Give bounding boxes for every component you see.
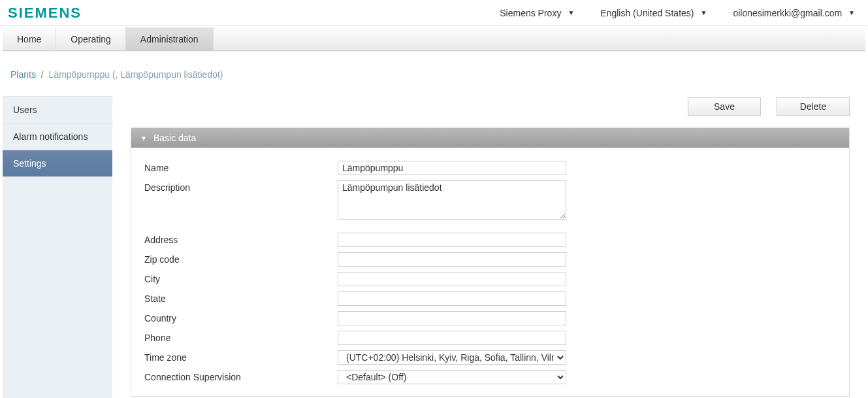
row-connection-supervision: Connection Supervision <Default> (Off) bbox=[144, 370, 836, 384]
row-name: Name bbox=[144, 161, 836, 175]
caret-down-icon: ▼ bbox=[700, 9, 707, 16]
sidebar-item-settings[interactable]: Settings bbox=[3, 150, 112, 177]
sidebar-item-alarm-notifications[interactable]: Alarm notifications bbox=[3, 124, 112, 150]
top-right-menu: Siemens Proxy ▼ English (United States) … bbox=[500, 8, 855, 18]
language-dropdown[interactable]: English (United States) ▼ bbox=[600, 8, 707, 18]
row-country: Country bbox=[144, 311, 836, 325]
row-address: Address bbox=[144, 233, 836, 247]
user-label: oilonesimerkki@gmail.com bbox=[733, 8, 842, 18]
breadcrumb-current: Lämpöpumppu (, Lämpöpumpun lisätiedot) bbox=[49, 69, 223, 80]
name-label: Name bbox=[144, 161, 338, 173]
timezone-select[interactable]: (UTC+02:00) Helsinki, Kyiv, Riga, Sofia,… bbox=[338, 350, 566, 365]
row-timezone: Time zone (UTC+02:00) Helsinki, Kyiv, Ri… bbox=[144, 350, 836, 365]
caret-down-icon: ▼ bbox=[568, 9, 574, 16]
row-city: City bbox=[144, 272, 836, 286]
main-panel: Save Delete ▼ Basic data Name Descriptio… bbox=[112, 96, 868, 398]
main-nav: Home Operating Administration bbox=[3, 27, 865, 51]
row-zip: Zip code bbox=[144, 252, 836, 267]
row-description: Description Lämpöpumpun lisätiedot bbox=[144, 180, 836, 220]
nav-home[interactable]: Home bbox=[3, 27, 56, 50]
save-button[interactable]: Save bbox=[688, 97, 761, 116]
phone-label: Phone bbox=[144, 331, 338, 343]
description-label: Description bbox=[144, 180, 338, 193]
name-input[interactable] bbox=[338, 161, 566, 175]
row-state: State bbox=[144, 291, 836, 306]
sidebar-item-users[interactable]: Users bbox=[3, 97, 112, 124]
panel-body: Name Description Lämpöpumpun lisätiedot … bbox=[131, 148, 849, 396]
nav-operating[interactable]: Operating bbox=[56, 27, 125, 50]
collapse-arrow-icon: ▼ bbox=[140, 135, 147, 142]
body-row: Users Alarm notifications Settings Save … bbox=[0, 96, 868, 398]
left-nav: Users Alarm notifications Settings bbox=[3, 96, 112, 398]
panel-title: Basic data bbox=[153, 133, 196, 143]
delete-button[interactable]: Delete bbox=[777, 97, 850, 116]
zip-input[interactable] bbox=[338, 252, 566, 267]
user-dropdown[interactable]: oilonesimerkki@gmail.com ▼ bbox=[733, 8, 855, 18]
action-bar: Save Delete bbox=[131, 96, 850, 127]
timezone-label: Time zone bbox=[144, 350, 338, 363]
nav-administration[interactable]: Administration bbox=[126, 27, 214, 50]
breadcrumb: Plants / Lämpöpumppu (, Lämpöpumpun lisä… bbox=[0, 51, 868, 96]
breadcrumb-plants[interactable]: Plants bbox=[10, 69, 36, 80]
row-phone: Phone bbox=[144, 331, 836, 345]
description-textarea[interactable]: Lämpöpumpun lisätiedot bbox=[338, 180, 566, 220]
panel-header[interactable]: ▼ Basic data bbox=[131, 128, 849, 148]
zip-label: Zip code bbox=[144, 252, 338, 265]
country-input[interactable] bbox=[338, 311, 566, 325]
top-bar: SIEMENS Siemens Proxy ▼ English (United … bbox=[0, 0, 868, 26]
proxy-label: Siemens Proxy bbox=[500, 8, 561, 18]
country-label: Country bbox=[144, 311, 338, 323]
address-input[interactable] bbox=[338, 233, 566, 247]
state-input[interactable] bbox=[338, 291, 566, 306]
phone-input[interactable] bbox=[338, 331, 566, 345]
state-label: State bbox=[144, 291, 338, 304]
connection-select[interactable]: <Default> (Off) bbox=[338, 370, 566, 384]
siemens-logo: SIEMENS bbox=[7, 5, 82, 22]
basic-data-panel: ▼ Basic data Name Description Lämpöpumpu… bbox=[131, 127, 850, 397]
connection-label: Connection Supervision bbox=[144, 370, 338, 382]
breadcrumb-separator: / bbox=[41, 69, 44, 80]
proxy-dropdown[interactable]: Siemens Proxy ▼ bbox=[500, 8, 574, 18]
city-label: City bbox=[144, 272, 338, 284]
language-label: English (United States) bbox=[600, 8, 694, 18]
caret-down-icon: ▼ bbox=[848, 9, 855, 16]
address-label: Address bbox=[144, 233, 338, 245]
city-input[interactable] bbox=[338, 272, 566, 286]
